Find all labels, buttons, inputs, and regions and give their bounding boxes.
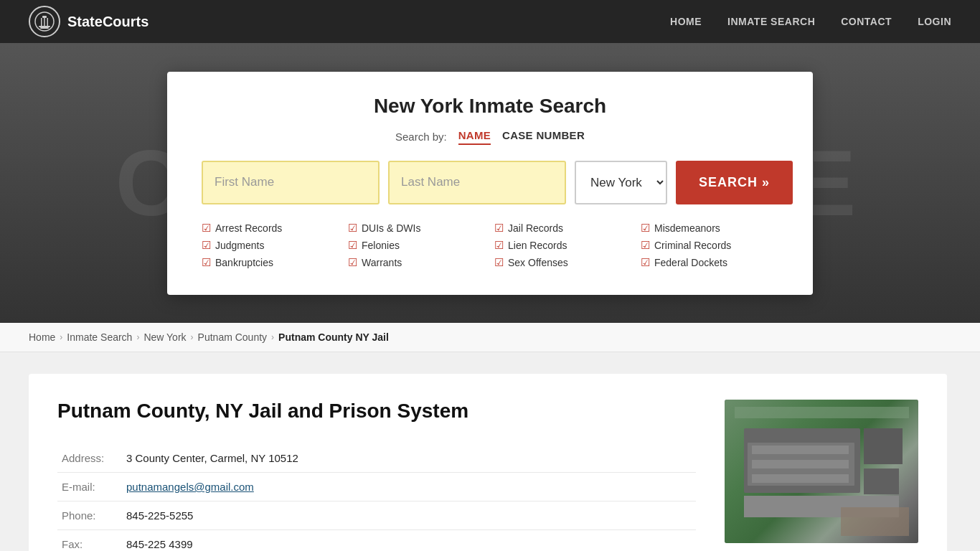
- search-card: New York Inmate Search Search by: NAME C…: [167, 72, 813, 295]
- svg-rect-1: [42, 16, 47, 18]
- info-label: Phone:: [57, 501, 122, 530]
- info-row: Phone:845-225-5255: [57, 501, 696, 530]
- checkbox-icon: ☑: [202, 256, 211, 269]
- checkbox-icon: ☑: [202, 239, 211, 252]
- check-item: ☑Warrants: [348, 256, 486, 269]
- checkbox-icon: ☑: [494, 239, 504, 252]
- logo-icon: [29, 6, 60, 37]
- breadcrumb-item[interactable]: Inmate Search: [67, 331, 132, 343]
- search-card-title: New York Inmate Search: [202, 95, 778, 118]
- checkbox-icon: ☑: [494, 256, 504, 269]
- check-item: ☑Felonies: [348, 239, 486, 252]
- checks-grid: ☑Arrest Records☑DUIs & DWIs☑Jail Records…: [202, 222, 778, 269]
- search-button[interactable]: SEARCH »: [676, 161, 793, 204]
- tab-name[interactable]: NAME: [458, 129, 491, 145]
- check-label: Jail Records: [508, 222, 563, 234]
- check-item: ☑DUIs & DWIs: [348, 222, 486, 235]
- info-label: Address:: [57, 444, 122, 473]
- check-label: Lien Records: [508, 240, 567, 251]
- svg-rect-4: [41, 18, 42, 26]
- nav-home[interactable]: HOME: [670, 16, 702, 27]
- content-card-inner: Putnam County, NY Jail and Prison System…: [57, 400, 918, 551]
- tab-case-number[interactable]: CASE NUMBER: [502, 129, 585, 145]
- search-by-row: Search by: NAME CASE NUMBER: [202, 129, 778, 145]
- nav-login[interactable]: LOGIN: [918, 16, 951, 27]
- check-item: ☑Sex Offenses: [494, 256, 632, 269]
- info-value[interactable]: putnamangels@gmail.com: [122, 473, 696, 501]
- nav: HOME INMATE SEARCH CONTACT LOGIN: [670, 16, 951, 27]
- breadcrumb-item[interactable]: Home: [29, 331, 55, 343]
- checkbox-icon: ☑: [641, 256, 650, 269]
- info-row: Address:3 County Center, Carmel, NY 1051…: [57, 444, 696, 473]
- info-row: E-mail:putnamangels@gmail.com: [57, 473, 696, 501]
- hero-section: COURTHOUSE New York Inmate Search Search…: [0, 43, 980, 323]
- info-link[interactable]: putnamangels@gmail.com: [126, 481, 254, 493]
- svg-rect-2: [39, 26, 50, 27]
- check-label: Sex Offenses: [508, 257, 568, 268]
- check-label: DUIs & DWIs: [362, 222, 420, 234]
- check-item: ☑Federal Dockets: [641, 256, 778, 269]
- logo-area: StateCourts: [29, 6, 149, 37]
- nav-inmate-search[interactable]: INMATE SEARCH: [727, 16, 815, 27]
- header: StateCourts HOME INMATE SEARCH CONTACT L…: [0, 0, 980, 43]
- info-row: Fax:845-225 4399: [57, 530, 696, 552]
- check-label: Criminal Records: [654, 240, 731, 251]
- check-label: Arrest Records: [215, 222, 282, 234]
- check-label: Misdemeanors: [654, 222, 720, 234]
- check-item: ☑Lien Records: [494, 239, 632, 252]
- first-name-input[interactable]: [202, 161, 380, 204]
- check-item: ☑Misdemeanors: [641, 222, 778, 235]
- main-content: Putnam County, NY Jail and Prison System…: [0, 352, 980, 551]
- search-inputs-row: New York Alabama Alaska California Flori…: [202, 161, 778, 204]
- breadcrumb-item: Putnam County NY Jail: [278, 331, 389, 343]
- jail-title: Putnam County, NY Jail and Prison System: [57, 400, 696, 423]
- nav-contact[interactable]: CONTACT: [841, 16, 892, 27]
- check-label: Judgments: [215, 240, 264, 251]
- checkbox-icon: ☑: [202, 222, 211, 235]
- checkbox-icon: ☑: [348, 239, 357, 252]
- svg-rect-5: [44, 18, 45, 26]
- check-item: ☑Arrest Records: [202, 222, 339, 235]
- svg-rect-3: [40, 27, 49, 29]
- breadcrumb-separator: ›: [271, 332, 274, 342]
- checkbox-icon: ☑: [641, 239, 650, 252]
- aerial-photo: [725, 400, 918, 543]
- checkbox-icon: ☑: [494, 222, 504, 235]
- checkbox-icon: ☑: [348, 256, 357, 269]
- info-table: Address:3 County Center, Carmel, NY 1051…: [57, 444, 696, 551]
- checkbox-icon: ☑: [348, 222, 357, 235]
- check-item: ☑Bankruptcies: [202, 256, 339, 269]
- info-value: 845-225-5255: [122, 501, 696, 530]
- info-label: Fax:: [57, 530, 122, 552]
- info-value: 3 County Center, Carmel, NY 10512: [122, 444, 696, 473]
- check-label: Felonies: [362, 240, 400, 251]
- content-card: Putnam County, NY Jail and Prison System…: [29, 374, 947, 551]
- info-value: 845-225 4399: [122, 530, 696, 552]
- check-label: Bankruptcies: [215, 257, 273, 268]
- check-item: ☑Judgments: [202, 239, 339, 252]
- svg-rect-6: [47, 18, 49, 26]
- breadcrumb-item[interactable]: New York: [143, 331, 186, 343]
- state-select[interactable]: New York Alabama Alaska California Flori…: [575, 161, 667, 204]
- check-label: Warrants: [362, 257, 402, 268]
- breadcrumb: Home›Inmate Search›New York›Putnam Count…: [0, 323, 980, 352]
- search-by-label: Search by:: [395, 131, 447, 143]
- check-item: ☑Jail Records: [494, 222, 632, 235]
- info-label: E-mail:: [57, 473, 122, 501]
- checkbox-icon: ☑: [641, 222, 650, 235]
- last-name-input[interactable]: [388, 161, 566, 204]
- breadcrumb-separator: ›: [191, 332, 194, 342]
- breadcrumb-item[interactable]: Putnam County: [198, 331, 268, 343]
- breadcrumb-separator: ›: [60, 332, 62, 342]
- check-item: ☑Criminal Records: [641, 239, 778, 252]
- check-label: Federal Dockets: [654, 257, 727, 268]
- info-section: Putnam County, NY Jail and Prison System…: [57, 400, 696, 551]
- breadcrumb-separator: ›: [136, 332, 139, 342]
- jail-image: [725, 400, 918, 543]
- logo-text: StateCourts: [67, 14, 149, 30]
